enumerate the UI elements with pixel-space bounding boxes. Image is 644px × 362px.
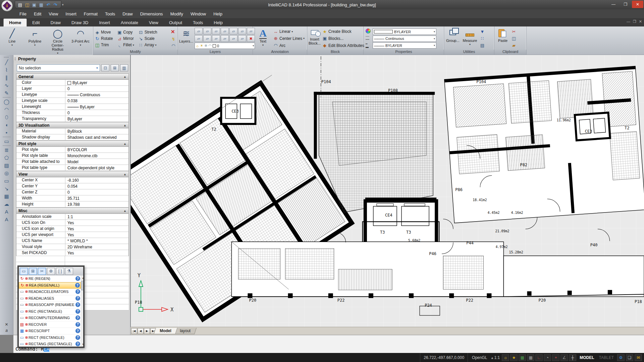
spline-tool-icon[interactable]: ∿ — [2, 81, 11, 89]
annotation-scale-control[interactable]: ▴ 1:1 — [491, 355, 500, 360]
annotation-center-lines-button[interactable]: ⊕Center Lines▾ — [273, 36, 305, 42]
polar-tracking-toggle[interactable]: ◔ — [544, 354, 551, 361]
property-value[interactable]: ———Continuous — [65, 92, 128, 98]
layer-tool-icon-3[interactable]: ▱ — [212, 28, 220, 35]
angle-constraint-toggle[interactable]: ∠ — [560, 354, 568, 361]
popup-settings-button[interactable]: ⚙ — [47, 268, 55, 275]
section-header[interactable]: View▲ — [16, 171, 128, 177]
close-button[interactable]: ✕ — [632, 1, 643, 8]
donut-tool-icon[interactable]: ◎ — [2, 169, 11, 177]
annotation-lightbulb-toggle[interactable]: ☼ — [502, 354, 509, 361]
menu-draw[interactable]: Draw — [119, 10, 136, 17]
format-painter-icon[interactable]: ▰ — [511, 43, 517, 48]
lineweight-select[interactable]: ——— BYLAYER▾ — [373, 42, 436, 49]
help-icon[interactable]: ? — [75, 342, 80, 346]
circle-tool-icon[interactable]: ◯ — [2, 98, 11, 106]
menu-view[interactable]: View — [45, 10, 61, 17]
section-header[interactable]: Misc▲ — [16, 208, 128, 214]
ribbon-tab-edit[interactable]: Edit — [27, 19, 45, 26]
blocks-grid-icon[interactable]: ∷ — [480, 36, 485, 41]
property-value[interactable]: Yes — [65, 226, 128, 232]
property-value[interactable]: Monochrome.ctb — [65, 153, 128, 159]
text-tool-icon[interactable]: A — [2, 208, 11, 216]
minimize-button[interactable]: — — [608, 1, 619, 8]
filter-icon[interactable]: ▼ — [480, 29, 485, 34]
command-window[interactable]: Command: REA — [13, 335, 644, 353]
rectangle-tool-icon[interactable]: ▭ — [2, 137, 11, 145]
property-value[interactable]: ByLayer — [65, 116, 128, 122]
property-value[interactable]: 1:1 — [65, 214, 128, 220]
block-blocks--button[interactable]: ▣Blocks... — [322, 36, 364, 42]
ellipse-tool-icon[interactable]: ⬯ — [2, 113, 11, 121]
save-file-icon[interactable]: ▣ — [31, 2, 37, 8]
entity-snap-toggle[interactable]: ▦ — [519, 354, 526, 361]
layer-tool-icon-2[interactable]: ▱ — [203, 28, 211, 35]
scroll-up-icon[interactable]: ▲ — [81, 276, 83, 280]
command-suggestion[interactable]: ▦RECSCRIPT? — [19, 328, 81, 335]
property-value[interactable]: -8.160 — [65, 177, 128, 183]
maximize-button[interactable]: ❐ — [620, 1, 631, 8]
doc-restore-icon[interactable]: ❐ — [633, 19, 636, 24]
scroll-thumb[interactable] — [81, 281, 83, 290]
modify-copy-button[interactable]: ▣Copy — [117, 29, 134, 35]
explode-icon[interactable]: ↯ — [171, 37, 176, 42]
ribbon-tab-view[interactable]: View — [144, 19, 164, 26]
help-icon[interactable]: ? — [75, 289, 80, 294]
section-header[interactable]: 3D Visualisation▲ — [16, 122, 128, 128]
pickadd-toggle-button[interactable]: ▥ — [120, 64, 128, 71]
annotation-arc-button[interactable]: ◠Arc — [273, 43, 305, 49]
save-as-icon[interactable]: ▦ — [38, 2, 44, 8]
menu-edit[interactable]: Edit — [31, 10, 45, 17]
help-icon[interactable]: ? — [75, 283, 80, 288]
help-icon[interactable]: ? — [75, 302, 80, 307]
ortho-mode-toggle[interactable]: ∟ — [535, 354, 543, 361]
layer-tool-icon-12[interactable]: ▱ — [229, 35, 237, 42]
command-suggestion[interactable]: ▤RECOVER? — [19, 321, 81, 328]
crosshair-toggle[interactable]: ┼ — [569, 354, 576, 361]
ribbon-tab-output[interactable]: Output — [164, 19, 187, 26]
layer-tool-icon-8[interactable]: ▱ — [195, 35, 203, 42]
popup-insert-button[interactable]: ⊞ — [29, 268, 37, 275]
draw-button-polyline[interactable]: ⌐Polyline▾ — [24, 27, 46, 55]
redo-icon[interactable]: ↷ — [52, 2, 58, 8]
doc-minimize-icon[interactable]: — — [627, 19, 630, 24]
edit-page-icon[interactable]: ▤ — [480, 43, 485, 48]
quick-access-customize-icon[interactable]: ▾ — [62, 3, 64, 6]
property-value[interactable]: 0 — [65, 86, 128, 92]
sketch-tool-icon[interactable]: ✎ — [2, 89, 11, 97]
mtext-tool-icon[interactable]: A — [2, 216, 11, 223]
menu-window[interactable]: Window — [187, 10, 209, 17]
layers-button[interactable]: ≋ Layers... — [179, 27, 193, 50]
property-value[interactable]: * WORLD * — [65, 238, 128, 244]
help-icon[interactable]: ? — [75, 315, 80, 320]
insert-block-button[interactable]: Insert Block... — [309, 27, 321, 50]
command-suggestion[interactable]: ▭RECT (RECTANGLE)? — [19, 335, 81, 341]
menu-file[interactable]: File — [16, 10, 30, 17]
renderer-label[interactable]: OpenGL — [470, 355, 489, 360]
boundary-hatch-tool-icon[interactable]: ▨ — [2, 162, 11, 169]
polygon-tool-icon[interactable]: ⬠ — [2, 154, 11, 162]
point-tool-icon[interactable]: • — [2, 129, 11, 136]
menu-help[interactable]: Help — [210, 10, 226, 17]
command-suggestion[interactable]: ▭READACCELERATORS? — [19, 289, 81, 295]
command-suggestion[interactable]: ▭RECOMPUTEDRAWING? — [19, 315, 81, 321]
command-suggestion[interactable]: ↻RE (REGEN)? — [19, 276, 81, 282]
select-entities-button[interactable]: ⊡ — [101, 64, 109, 71]
lock-icon[interactable]: ◠ — [171, 43, 176, 48]
drawing-canvas[interactable]: Y X P104P104P108T2T2CE3CE3CE4T3T3P86P82P… — [130, 55, 644, 327]
elliptical-arc-tool-icon[interactable]: ◖ — [2, 121, 11, 129]
draw-button-3-point-arc[interactable]: ◠3-Point Arc▾ — [70, 27, 91, 55]
measure-button[interactable]: Measure ▾ — [462, 27, 478, 50]
layer-tool-icon-4[interactable]: ▱ — [221, 28, 229, 35]
property-value[interactable]: Color-dependent plot style — [65, 165, 128, 171]
first-sheet-icon[interactable]: |◀ — [131, 328, 137, 334]
layer-tool-icon-5[interactable]: ▱ — [229, 28, 237, 35]
copy-icon[interactable]: ◫ — [511, 36, 517, 41]
quick-select-button[interactable]: ⊞ — [111, 64, 119, 71]
arc-tool-icon[interactable]: ◠ — [2, 106, 11, 113]
ribbon-tab-insert[interactable]: Insert — [94, 19, 115, 26]
block-edit-block-attributes-button[interactable]: ◆Edit Block Attributes — [322, 43, 364, 49]
menu-modify[interactable]: Modify — [167, 10, 186, 17]
modify-scale-button[interactable]: ↘Scale — [138, 36, 157, 42]
popup-test-button[interactable]: ⚗ — [65, 268, 73, 275]
